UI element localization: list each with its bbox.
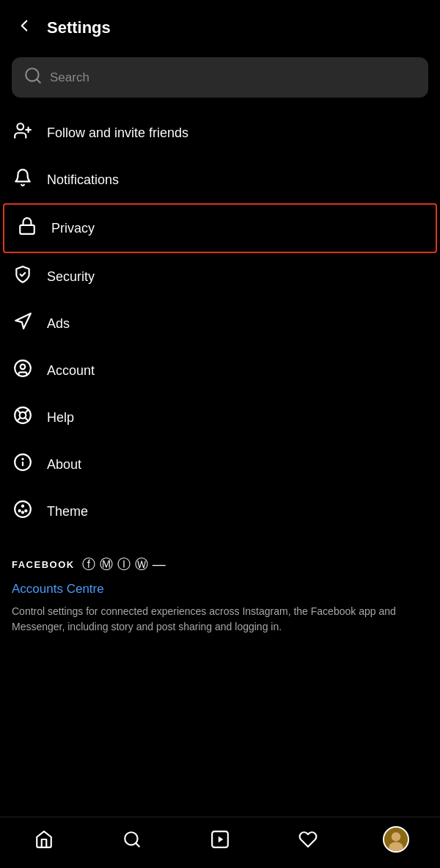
page-title: Settings — [47, 18, 111, 37]
back-button[interactable] — [12, 13, 37, 43]
portal-icon: ― — [153, 557, 166, 572]
search-bar[interactable]: Search — [12, 57, 428, 98]
bottom-nav — [0, 817, 440, 868]
menu-item-account[interactable]: Account — [0, 347, 440, 394]
accounts-centre-link[interactable]: Accounts Centre — [12, 582, 428, 597]
menu-item-about[interactable]: About — [0, 441, 440, 488]
messenger-icon: Ⓜ — [100, 555, 113, 573]
search-container: Search — [0, 51, 440, 109]
svg-point-20 — [25, 510, 26, 511]
reels-icon — [210, 830, 230, 849]
whatsapp-icon: Ⓦ — [135, 555, 148, 573]
search-placeholder: Search — [50, 70, 89, 85]
nav-search[interactable] — [88, 830, 176, 849]
nav-home[interactable] — [0, 830, 88, 849]
svg-point-2 — [17, 123, 23, 130]
menu-item-theme[interactable]: Theme — [0, 488, 440, 535]
facebook-icon: ⓕ — [82, 555, 95, 573]
menu-label-about: About — [47, 457, 81, 473]
shield-check-icon — [12, 265, 34, 288]
avatar-image — [384, 826, 408, 853]
svg-marker-25 — [219, 836, 224, 842]
bell-icon — [12, 168, 34, 192]
menu-label-notifications: Notifications — [47, 172, 119, 188]
svg-point-21 — [22, 511, 23, 513]
back-icon — [15, 16, 34, 35]
svg-line-1 — [37, 79, 40, 83]
menu-label-privacy: Privacy — [51, 221, 95, 236]
svg-point-19 — [19, 510, 21, 511]
menu-item-security[interactable]: Security — [0, 253, 440, 300]
facebook-header: FACEBOOK ⓕ Ⓜ Ⓘ Ⓦ ― — [12, 555, 428, 573]
heart-icon — [298, 830, 318, 849]
instagram-icon: Ⓘ — [117, 555, 131, 573]
svg-line-23 — [136, 843, 139, 847]
header: Settings — [0, 0, 440, 51]
menu-label-follow-invite: Follow and invite friends — [47, 125, 188, 141]
menu-label-ads: Ads — [47, 316, 70, 332]
svg-point-28 — [389, 842, 403, 852]
svg-line-12 — [25, 409, 29, 413]
home-icon — [34, 830, 54, 849]
settings-menu: Follow and invite friends Notifications … — [0, 109, 440, 541]
facebook-app-icons: ⓕ Ⓜ Ⓘ Ⓦ ― — [82, 555, 166, 573]
info-circle-icon — [12, 453, 34, 476]
svg-point-27 — [392, 832, 400, 841]
svg-line-13 — [17, 417, 21, 421]
palette-icon — [12, 500, 34, 523]
menu-item-notifications[interactable]: Notifications — [0, 156, 440, 203]
menu-item-help[interactable]: Help — [0, 394, 440, 441]
accounts-centre-description: Control settings for connected experienc… — [12, 604, 428, 635]
menu-label-help: Help — [47, 410, 74, 426]
menu-label-theme: Theme — [47, 504, 88, 519]
svg-line-11 — [25, 417, 29, 421]
lifebuoy-icon — [12, 406, 34, 429]
menu-label-account: Account — [47, 363, 95, 379]
search-nav-icon — [122, 830, 142, 849]
svg-point-18 — [22, 506, 23, 507]
facebook-section: FACEBOOK ⓕ Ⓜ Ⓘ Ⓦ ― Accounts Centre Contr… — [0, 541, 440, 642]
nav-profile[interactable] — [352, 826, 440, 853]
menu-item-privacy[interactable]: Privacy — [3, 203, 437, 253]
svg-rect-5 — [20, 225, 34, 234]
menu-item-follow-invite[interactable]: Follow and invite friends — [0, 109, 440, 156]
nav-likes[interactable] — [264, 830, 352, 849]
person-add-icon — [12, 121, 34, 145]
nav-reels[interactable] — [176, 830, 264, 849]
svg-line-10 — [17, 409, 21, 413]
lock-icon — [16, 216, 38, 240]
svg-point-17 — [15, 501, 31, 517]
menu-label-security: Security — [47, 269, 95, 285]
profile-avatar — [383, 826, 409, 853]
megaphone-icon — [12, 312, 34, 335]
person-circle-icon — [12, 359, 34, 382]
menu-item-ads[interactable]: Ads — [0, 300, 440, 347]
svg-point-7 — [21, 365, 26, 370]
search-icon — [23, 66, 43, 89]
facebook-title: FACEBOOK — [12, 559, 75, 570]
